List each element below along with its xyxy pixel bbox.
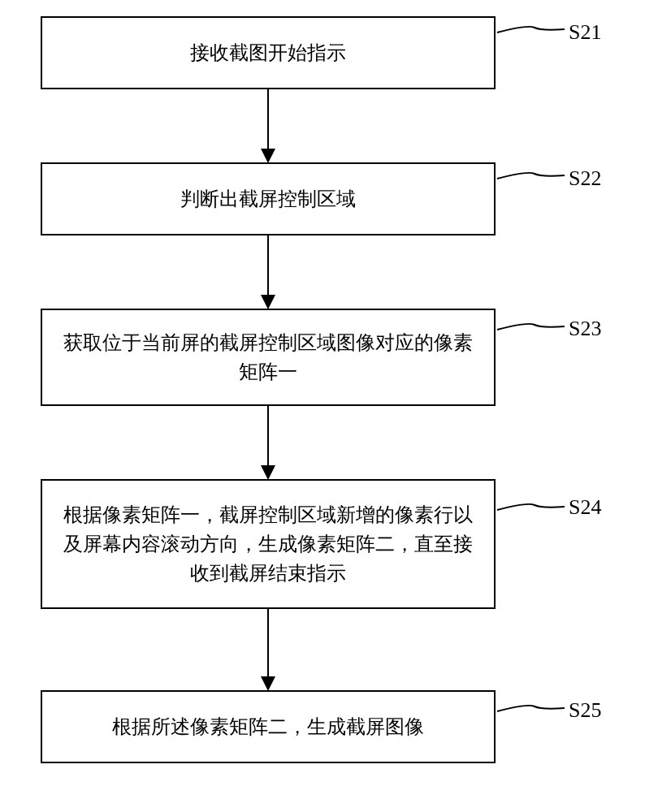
step-box-s21: 接收截图开始指示 — [41, 16, 496, 89]
leader-s22 — [497, 173, 565, 179]
step-text: 判断出截屏控制区域 — [180, 184, 356, 214]
step-text: 获取位于当前屏的截屏控制区域图像对应的像素矩阵一 — [58, 328, 478, 387]
leader-s23 — [497, 324, 565, 330]
flowchart-canvas: 接收截图开始指示 判断出截屏控制区域 获取位于当前屏的截屏控制区域图像对应的像素… — [0, 0, 645, 812]
leader-s21 — [497, 27, 565, 32]
step-box-s23: 获取位于当前屏的截屏控制区域图像对应的像素矩阵一 — [41, 309, 496, 406]
step-text: 根据所述像素矩阵二，生成截屏图像 — [112, 712, 424, 741]
step-id-label: S21 — [569, 20, 601, 45]
leader-s25 — [497, 706, 565, 711]
step-box-s24: 根据像素矩阵一，截屏控制区域新增的像素行以及屏幕内容滚动方向，生成像素矩阵二，直… — [41, 479, 496, 609]
step-id-label: S23 — [569, 317, 601, 341]
leader-s24 — [497, 504, 565, 510]
step-id-label: S24 — [569, 495, 601, 520]
step-id-label: S22 — [569, 166, 601, 191]
step-id-label: S25 — [569, 698, 601, 723]
step-box-s22: 判断出截屏控制区域 — [41, 162, 496, 235]
step-text: 接收截图开始指示 — [190, 38, 346, 67]
step-box-s25: 根据所述像素矩阵二，生成截屏图像 — [41, 690, 496, 763]
step-text: 根据像素矩阵一，截屏控制区域新增的像素行以及屏幕内容滚动方向，生成像素矩阵二，直… — [58, 500, 478, 588]
